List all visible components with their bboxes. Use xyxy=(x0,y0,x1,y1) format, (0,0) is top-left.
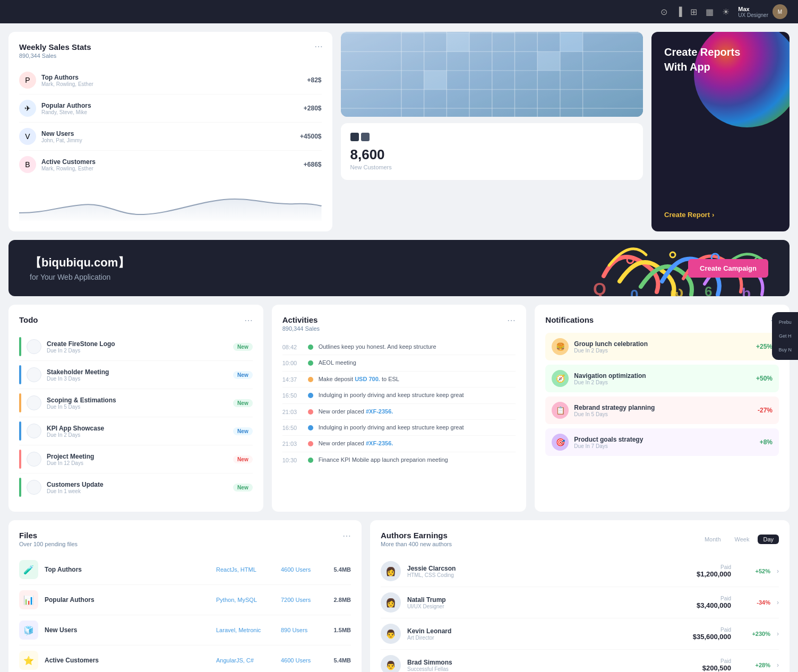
activity-text: New order placed #XF-2356. xyxy=(319,408,393,416)
authors-list: 👩 Jessie Clarcson HTML, CSS Coding Paid … xyxy=(381,556,779,672)
notif-due: Due In 2 Days xyxy=(574,348,751,354)
stat-name: Popular Authors xyxy=(41,102,298,109)
activity-link[interactable]: USD 700. xyxy=(355,376,380,382)
bar-icon[interactable]: ▐ xyxy=(676,7,682,16)
svg-rect-21 xyxy=(424,71,447,90)
activity-text: AEOL meeting xyxy=(319,359,356,367)
author-paid-label: Paid xyxy=(697,564,731,570)
activity-item: 10:30 Finance KPI Mobile app launch prep… xyxy=(282,452,516,468)
earnings-title: Authors Earnings xyxy=(381,531,452,540)
stat-icon: V xyxy=(19,128,36,145)
activity-item: 08:42 Outlines keep you honest. And keep… xyxy=(282,339,516,355)
activity-dot xyxy=(308,344,313,350)
notif-value: -27% xyxy=(758,407,773,414)
todo-header: Todo ⋯ xyxy=(19,315,253,325)
side-pill-item[interactable]: Get H xyxy=(776,331,794,341)
activity-item: 21:03 New order placed #XF-2356. xyxy=(282,436,516,452)
notif-item: 🎯 Product goals strategy Due In 7 Days +… xyxy=(545,428,779,456)
author-arrow[interactable]: › xyxy=(777,599,779,606)
notif-header: Notifications ⋯ xyxy=(545,315,779,325)
activity-dot xyxy=(308,441,313,446)
files-menu[interactable]: ⋯ xyxy=(342,531,351,541)
activities-header: Activities 890,344 Sales ⋯ xyxy=(282,315,516,332)
side-pill-item[interactable]: Buy N xyxy=(776,345,794,355)
author-arrow[interactable]: › xyxy=(777,661,779,669)
todo-dot xyxy=(19,337,21,356)
side-pill: PrebuGet HBuy N xyxy=(772,312,798,360)
author-paid-label: Paid xyxy=(693,627,731,633)
todo-checkbox[interactable] xyxy=(27,480,41,495)
todo-due: Due In 12 Days xyxy=(47,460,228,466)
file-size: 5.4MB xyxy=(324,566,351,573)
period-tab-week[interactable]: Week xyxy=(730,535,755,544)
period-tab-day[interactable]: Day xyxy=(758,535,779,544)
files-header: Files Over 100 pending files ⋯ xyxy=(19,531,351,547)
todo-due: Due In 5 Days xyxy=(47,404,228,410)
author-earnings: Paid $3,400,000 xyxy=(697,596,731,609)
svg-rect-20 xyxy=(537,51,560,71)
todo-item: KPI App Showcase Due In 2 Days New xyxy=(19,417,253,445)
todo-name: Stakeholder Meeting xyxy=(47,368,228,376)
activities-menu[interactable]: ⋯ xyxy=(507,315,516,325)
svg-rect-17 xyxy=(401,32,424,33)
campaign-title: 【biqubiqu.com】 xyxy=(30,255,130,271)
notif-icon: 📋 xyxy=(552,402,569,419)
activities-subtitle: 890,344 Sales xyxy=(282,325,320,332)
weekly-sales-menu[interactable]: ⋯ xyxy=(314,41,323,51)
side-pill-item[interactable]: Prebu xyxy=(776,317,794,327)
author-row: 👨 Brad Simmons Successful Fellas Paid $2… xyxy=(381,650,779,672)
todo-checkbox[interactable] xyxy=(27,367,41,382)
activities-list: 08:42 Outlines keep you honest. And keep… xyxy=(282,339,516,468)
todo-checkbox[interactable] xyxy=(27,452,41,467)
activity-time: 10:00 xyxy=(282,360,303,366)
todo-checkbox[interactable] xyxy=(27,424,41,438)
activity-link[interactable]: #XF-2356. xyxy=(366,440,393,446)
todo-checkbox[interactable] xyxy=(27,395,41,410)
todo-item: Scoping & Estimations Due In 5 Days New xyxy=(19,389,253,417)
light-icon[interactable]: ☀ xyxy=(722,7,730,17)
author-arrow[interactable]: › xyxy=(777,630,779,637)
row-4: Files Over 100 pending files ⋯ 🧪 Top Aut… xyxy=(8,520,790,672)
grid2-icon[interactable]: ▦ xyxy=(706,7,714,17)
author-change: +52% xyxy=(744,568,770,574)
author-name: Kevin Leonard xyxy=(407,627,687,635)
activities-card: Activities 890,344 Sales ⋯ 08:42 Outline… xyxy=(272,305,527,512)
create-report-link[interactable]: Create Report › xyxy=(664,211,777,219)
file-name: New Users xyxy=(45,626,210,634)
campaign-subtitle: for Your Web Application xyxy=(30,273,130,281)
activity-item: 16:50 Indulging in poorly driving and ke… xyxy=(282,420,516,436)
file-icon: 🧪 xyxy=(19,560,38,579)
activity-link[interactable]: #XF-2356. xyxy=(366,408,393,415)
notif-value: +8% xyxy=(760,438,773,446)
todo-checkbox[interactable] xyxy=(27,339,41,354)
svg-text:Q: Q xyxy=(593,279,606,296)
weekly-sales-subtitle: 890,344 Sales xyxy=(19,53,91,59)
grid-icon[interactable]: ⊞ xyxy=(690,7,697,17)
notif-info: Navigation optimization Due In 2 Days xyxy=(574,372,751,385)
author-paid-label: Paid xyxy=(697,596,731,601)
author-name: Brad Simmons xyxy=(407,659,696,666)
notif-icon: 🎯 xyxy=(552,434,569,451)
todo-dot xyxy=(19,365,21,384)
svg-rect-18 xyxy=(447,33,469,52)
stat-value: +686$ xyxy=(304,161,322,168)
author-info: Kevin Leonard Art Director xyxy=(407,627,687,641)
todo-info: Project Meeting Due In 12 Days xyxy=(47,453,228,466)
customers-icons xyxy=(350,133,634,141)
customers-label: New Customers xyxy=(350,164,634,170)
avatar[interactable]: M xyxy=(773,4,787,19)
file-users: 4600 Users xyxy=(281,566,318,573)
search-icon[interactable]: ⊙ xyxy=(660,7,667,17)
stat-item: V New Users John, Pat, Jimmy +4500$ xyxy=(19,123,322,151)
files-card: Files Over 100 pending files ⋯ 🧪 Top Aut… xyxy=(8,520,362,672)
todo-item: Create FireStone Logo Due In 2 Days New xyxy=(19,333,253,361)
author-arrow[interactable]: › xyxy=(777,567,779,575)
period-tab-month[interactable]: Month xyxy=(699,535,726,544)
notif-due: Due In 2 Days xyxy=(574,380,751,385)
stat-info: Active Customers Mark, Rowling, Esther xyxy=(41,158,298,171)
todo-menu[interactable]: ⋯ xyxy=(244,315,253,325)
user-info: Max UX Designer M xyxy=(738,4,787,19)
todo-badge: New xyxy=(233,343,253,351)
file-users: 4600 Users xyxy=(281,657,318,664)
create-campaign-button[interactable]: Create Campaign xyxy=(688,259,768,278)
